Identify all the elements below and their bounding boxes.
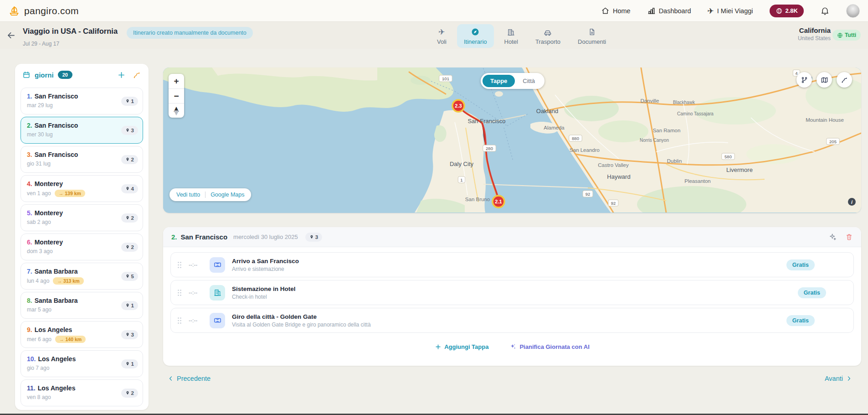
map-city-label: Dublin: [667, 158, 682, 164]
zoom-out-button[interactable]: −: [169, 88, 184, 103]
tilt-control[interactable]: ▲ ▼: [169, 103, 184, 118]
ai-sparkles-icon[interactable]: [828, 233, 837, 241]
brand-logo[interactable]: pangiro.com: [8, 5, 79, 17]
delete-day-icon[interactable]: [845, 233, 853, 241]
day-number: 2.: [27, 122, 32, 129]
tab-trasporto-label: Trasporto: [535, 38, 560, 45]
nav-dashboard[interactable]: Dashboard: [647, 6, 691, 15]
add-day-icon[interactable]: [117, 71, 126, 79]
stops-badge: 1: [121, 301, 138, 310]
svg-text:92: 92: [586, 192, 591, 197]
map-city-label: San Ramon: [653, 128, 681, 133]
route-path-button[interactable]: [837, 72, 852, 88]
divider: [205, 192, 205, 198]
day-city: Monterey: [35, 239, 63, 246]
map[interactable]: BerkeleyOaklandAlamedaSan LeandroCastro …: [163, 67, 861, 213]
activity-title: Arrivo a San Francisco: [232, 258, 299, 265]
nav-my-trips[interactable]: ✈ I Miei Viaggi: [708, 6, 753, 16]
branch-route-button[interactable]: [796, 72, 812, 88]
zoom-in-button[interactable]: +: [169, 74, 184, 88]
day-detail-panel: 2. San Francisco mercoledì 30 luglio 202…: [163, 227, 861, 366]
drag-handle-icon[interactable]: [177, 289, 182, 296]
map-layers-button[interactable]: [817, 72, 832, 88]
activity-subtitle: Check-in hotel: [232, 294, 296, 300]
stops-count: 1: [131, 99, 134, 104]
road-shield: 92: [608, 200, 618, 206]
notifications-bell-icon[interactable]: [820, 6, 830, 16]
day-list-item[interactable]: 5. Monterey sab 2 ago →: [21, 204, 143, 231]
day-date: mer 30 lug: [27, 131, 53, 138]
stops-count: 3: [131, 332, 134, 337]
app-root: pangiro.com Home Dashboard: [0, 0, 868, 415]
day-list-item[interactable]: 1. San Francisco mar 29 lug →: [21, 88, 143, 114]
prev-day-button[interactable]: Precedente: [168, 375, 211, 382]
map-city-label: Hayward: [607, 173, 630, 180]
add-stop-button[interactable]: Aggiungi Tappa: [435, 343, 488, 350]
toggle-tappe[interactable]: Tappe: [483, 75, 515, 87]
day-date: ven 1 ago: [27, 190, 51, 197]
stops-count: 2: [131, 157, 134, 162]
view-all-link[interactable]: Vedi tutto: [176, 192, 200, 198]
user-avatar[interactable]: [846, 4, 860, 18]
tab-voli[interactable]: ✈ Voli: [430, 24, 453, 48]
brand-name: pangiro.com: [24, 5, 79, 16]
home-icon: [601, 6, 610, 15]
trip-tabs: ✈ Voli Itinerario: [430, 24, 613, 48]
activity-subtitle: Visita al Golden Gate Bridge e giro pano…: [232, 322, 371, 328]
credits-badge[interactable]: 2.8K: [770, 5, 804, 17]
activity-row[interactable]: --:-- Giro della città - Golden Gate Vis…: [170, 308, 854, 333]
day-city: Los Angeles: [38, 384, 76, 392]
tab-trasporto[interactable]: Trasporto: [529, 24, 567, 48]
drag-handle-icon[interactable]: [177, 261, 182, 269]
day-list-item[interactable]: 9. Los Angeles mer 6 ago → 140 km: [21, 321, 143, 348]
stops-badge: 2: [121, 389, 138, 398]
back-arrow-icon[interactable]: [6, 31, 16, 40]
map-city-label: San Leandro: [570, 147, 600, 153]
tab-itinerario-label: Itinerario: [464, 38, 487, 45]
arrow-right-icon: →: [59, 191, 64, 196]
day-number: 9.: [27, 326, 32, 333]
day-city: Los Angeles: [35, 326, 72, 333]
map-city-label: Camino Tassajara: [677, 111, 714, 116]
day-detail-city: San Francisco: [181, 233, 228, 241]
days-title: giorni: [35, 71, 54, 79]
map-info-icon[interactable]: i: [848, 198, 856, 206]
tab-documenti[interactable]: Documenti: [571, 24, 613, 48]
page-title: Viaggio in USA - California: [23, 27, 118, 36]
toggle-citta[interactable]: Città: [515, 75, 543, 87]
price-badge: Gratis: [786, 315, 815, 326]
day-number: 1.: [27, 93, 32, 100]
stops-badge: 1: [121, 359, 138, 368]
day-city: Monterey: [35, 209, 63, 217]
route-marker[interactable]: 2.1: [493, 196, 504, 208]
region-country: United States: [798, 35, 831, 42]
day-list-item[interactable]: 2. San Francisco mer 30 lug →: [21, 117, 143, 144]
day-list-item[interactable]: 11. Los Angeles ven 8 ago →: [21, 379, 143, 406]
tab-itinerario[interactable]: Itinerario: [457, 24, 494, 48]
globe-icon: [837, 32, 843, 38]
stops-count: 5: [131, 274, 134, 279]
route-icon[interactable]: [133, 71, 141, 79]
day-number: 5.: [27, 209, 32, 217]
day-list-item[interactable]: 7. Santa Barbara lun 4 ago → 313 km: [21, 263, 143, 290]
tab-hotel[interactable]: Hotel: [498, 24, 525, 48]
activity-title: Giro della città - Golden Gate: [232, 313, 371, 320]
plan-ai-button[interactable]: Pianifica Giornata con AI: [509, 343, 589, 350]
day-city: San Francisco: [35, 151, 78, 158]
google-maps-link[interactable]: Google Maps: [211, 192, 244, 198]
nav-dashboard-label: Dashboard: [659, 7, 691, 15]
activity-row[interactable]: --:-- Sistemazione in Hotel Check-in hot…: [170, 280, 854, 305]
route-marker[interactable]: 2.3: [452, 100, 464, 112]
hotel-icon: [210, 285, 225, 301]
day-list-item[interactable]: 4. Monterey ven 1 ago → 139 km: [21, 175, 143, 202]
day-list-item[interactable]: 10. Los Angeles gio 7 ago →: [21, 350, 143, 377]
next-day-button[interactable]: Avanti: [825, 375, 852, 382]
nav-home[interactable]: Home: [601, 6, 631, 15]
day-list-item[interactable]: 8. Santa Barbara mar 5 ago →: [21, 292, 143, 319]
day-detail-stops-count: 3: [315, 234, 318, 240]
activity-row[interactable]: --:-- Arrivo a San Francisco Arrivo e si…: [170, 252, 854, 277]
scope-filter-badge[interactable]: Tutti: [832, 30, 861, 41]
day-list-item[interactable]: 3. San Francisco gio 31 lug →: [21, 146, 143, 173]
drag-handle-icon[interactable]: [177, 317, 182, 324]
day-list-item[interactable]: 6. Monterey dom 3 ago →: [21, 233, 143, 260]
